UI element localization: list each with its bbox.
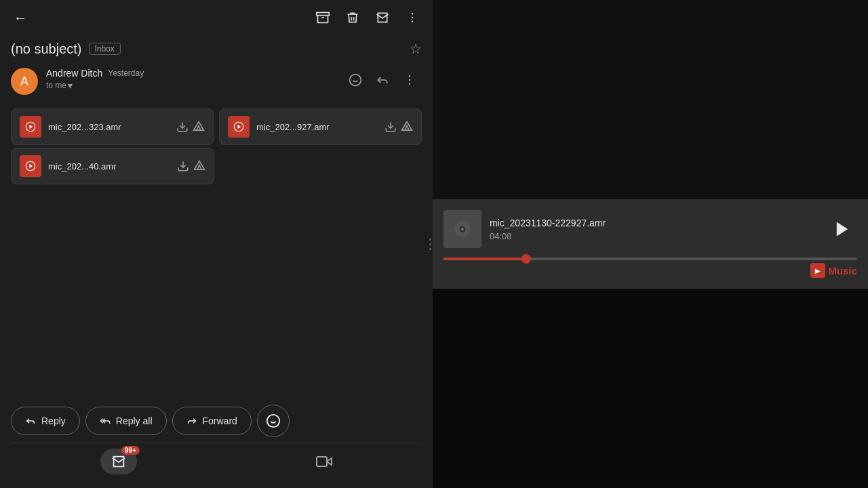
svg-point-5	[350, 75, 361, 86]
toolbar-icons	[311, 5, 425, 30]
sender-name: Andrew Ditch	[46, 68, 102, 79]
player-brand: Music	[443, 263, 857, 278]
svg-point-27	[461, 228, 464, 230]
reply-label: Reply	[41, 415, 66, 426]
player-play-button[interactable]	[827, 214, 857, 244]
attachment-2-name: mic_202...927.amr	[256, 122, 378, 132]
bottom-nav: 99+	[11, 443, 422, 480]
attachment-2-icon	[228, 116, 250, 138]
reply-button[interactable]: Reply	[11, 407, 80, 435]
attachment-3-icon	[20, 155, 41, 177]
attachment-2-drive[interactable]	[401, 121, 413, 133]
star-button[interactable]: ☆	[410, 41, 422, 57]
attachment-3[interactable]: mic_202...40.amr	[11, 148, 214, 184]
reply-all-button[interactable]: Reply all	[85, 407, 167, 435]
svg-marker-12	[30, 125, 33, 129]
svg-point-8	[409, 75, 411, 77]
mail-badge: 99+	[121, 446, 140, 455]
attachment-1-actions	[176, 121, 205, 133]
emoji-button[interactable]	[257, 405, 290, 437]
panel-divider	[427, 0, 433, 488]
svg-marker-15	[238, 125, 241, 129]
attachment-3-download[interactable]	[177, 160, 189, 172]
attachment-1-drive[interactable]	[193, 121, 205, 133]
attachment-2-actions	[384, 121, 413, 133]
svg-rect-24	[317, 457, 327, 466]
message-more-button[interactable]	[397, 68, 422, 92]
sender-name-row: Andrew Ditch Yesterday	[46, 68, 335, 79]
svg-point-9	[409, 79, 411, 81]
email-header: (no subject) Inbox ☆ A Andrew Ditch Yest…	[0, 35, 433, 103]
attachments-row-1: mic_202...323.amr mic_202...927.amr	[11, 108, 422, 145]
player-dark-area	[433, 0, 868, 199]
svg-point-20	[267, 415, 279, 427]
youtube-music-logo: Music	[810, 263, 857, 278]
attachment-3-name: mic_202...40.amr	[48, 161, 170, 171]
mail-nav-item[interactable]: 99+	[100, 449, 137, 474]
progress-knob	[521, 254, 531, 264]
inbox-badge: Inbox	[89, 43, 121, 55]
to-me-dropdown[interactable]: to me ▾	[46, 80, 335, 91]
youtube-icon	[810, 263, 825, 278]
attachment-1-download[interactable]	[176, 121, 189, 133]
attachments-section: mic_202...323.amr mic_202...927.amr	[0, 103, 433, 190]
reply-all-label: Reply all	[116, 415, 153, 426]
svg-point-2	[412, 13, 414, 15]
mark-read-button[interactable]	[370, 5, 395, 30]
attachment-2-download[interactable]	[384, 121, 397, 133]
sender-avatar: A	[11, 68, 38, 95]
video-nav-item[interactable]	[316, 453, 332, 470]
email-toolbar	[0, 0, 433, 35]
player-info: mic_20231130-222927.amr 04:08	[490, 218, 819, 241]
email-body	[0, 190, 433, 396]
reply-actions: Reply Reply all Forward	[11, 405, 422, 437]
attachments-row-2: mic_202...40.amr	[11, 148, 422, 184]
svg-point-3	[412, 17, 414, 19]
back-button[interactable]	[8, 5, 33, 30]
sender-actions	[343, 68, 422, 92]
sender-info: Andrew Ditch Yesterday to me ▾	[46, 68, 335, 91]
sender-date: Yesterday	[108, 68, 144, 78]
progress-track[interactable]	[443, 258, 857, 260]
svg-marker-23	[327, 458, 332, 465]
attachment-2[interactable]: mic_202...927.amr	[219, 108, 422, 145]
to-me-chevron-icon: ▾	[68, 80, 73, 91]
attachment-1-icon	[20, 116, 41, 138]
music-brand-text: Music	[828, 265, 857, 277]
svg-point-10	[409, 83, 411, 85]
email-subject: (no subject) Inbox	[11, 41, 121, 57]
subject-text: (no subject)	[11, 41, 82, 57]
more-options-button[interactable]	[400, 5, 425, 30]
player-thumbnail	[443, 210, 481, 248]
forward-button[interactable]: Forward	[172, 407, 252, 435]
emoji-react-button[interactable]	[343, 68, 368, 92]
player-top: mic_20231130-222927.amr 04:08	[443, 210, 857, 248]
mail-nav-pill: 99+	[100, 449, 137, 474]
player-panel: mic_20231130-222927.amr 04:08 Music	[433, 0, 868, 488]
attachment-1-name: mic_202...323.amr	[48, 122, 170, 132]
sender-row: A Andrew Ditch Yesterday to me ▾	[11, 68, 422, 95]
reply-quick-button[interactable]	[370, 68, 395, 92]
subject-row: (no subject) Inbox ☆	[11, 41, 422, 57]
svg-rect-0	[317, 13, 329, 16]
email-panel: (no subject) Inbox ☆ A Andrew Ditch Yest…	[0, 0, 433, 488]
forward-label: Forward	[203, 415, 237, 426]
archive-button[interactable]	[311, 5, 335, 30]
attachment-3-drive[interactable]	[193, 160, 205, 172]
svg-point-4	[412, 21, 414, 23]
progress-fill	[443, 258, 526, 260]
svg-marker-18	[30, 164, 33, 168]
email-bottom: Reply Reply all Forward	[0, 396, 433, 488]
player-progress[interactable]	[443, 258, 857, 260]
player-card: mic_20231130-222927.amr 04:08 Music	[433, 199, 868, 289]
attachment-1[interactable]: mic_202...323.amr	[11, 108, 214, 145]
attachment-3-actions	[177, 160, 205, 172]
svg-marker-28	[837, 222, 848, 237]
to-me-label: to me	[46, 81, 66, 90]
player-filename: mic_20231130-222927.amr	[490, 218, 819, 228]
player-duration: 04:08	[490, 231, 819, 241]
delete-button[interactable]	[340, 5, 365, 30]
